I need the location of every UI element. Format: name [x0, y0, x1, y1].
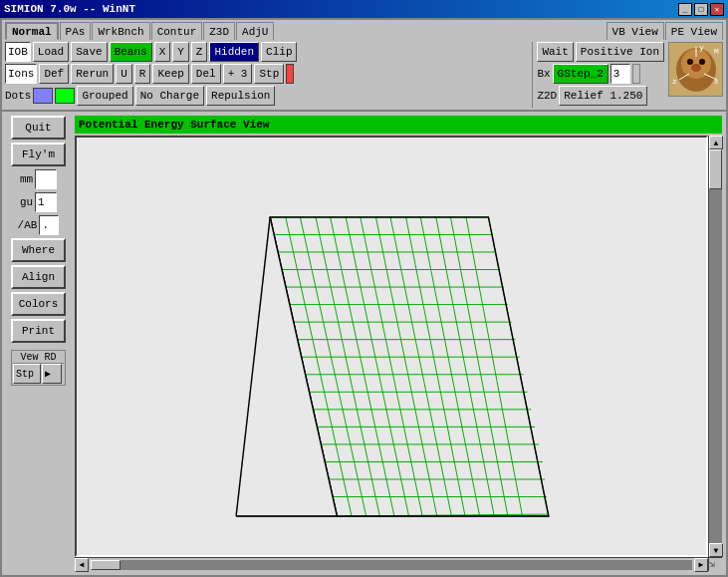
- svg-text:y: y: [699, 43, 704, 52]
- toolbar-area: Normal PAs WrkBnch Contur Z3D AdjU VB Vi…: [2, 20, 726, 112]
- plus3-button[interactable]: + 3: [223, 64, 253, 84]
- main-window: Normal PAs WrkBnch Contur Z3D AdjU VB Vi…: [0, 18, 728, 577]
- scroll-v-track[interactable]: [709, 149, 722, 543]
- window-title: SIMION 7.0w -- WinNT: [4, 3, 135, 15]
- mm-label: mm: [20, 173, 33, 185]
- dots-color1[interactable]: [33, 88, 53, 104]
- stp-row: Stp ▶: [13, 364, 64, 384]
- dots-label: Dots: [5, 90, 31, 102]
- toolbar-right: Wait Positive Ion Bx GStep_2 3 Z2D: [532, 42, 723, 108]
- load-button[interactable]: Load: [33, 42, 69, 62]
- tab-pas[interactable]: PAs: [60, 22, 92, 40]
- stp-button[interactable]: Stp: [254, 64, 284, 84]
- viewport-column: Potential Energy Surface View: [75, 116, 722, 571]
- tab-wrkbnch[interactable]: WrkBnch: [92, 22, 149, 40]
- resize-corner[interactable]: ⇲: [708, 557, 722, 571]
- stp-indicator: [286, 64, 294, 84]
- z2d-label: Z2D: [537, 90, 557, 102]
- stp2-button[interactable]: Stp: [13, 364, 41, 384]
- right-row3: Z2D Relief 1.250: [537, 86, 664, 106]
- x-button[interactable]: X: [154, 42, 171, 62]
- mm-value[interactable]: [35, 169, 57, 189]
- keep-button[interactable]: Keep: [152, 64, 188, 84]
- print-button[interactable]: Print: [11, 319, 66, 343]
- scroll-right-arrow[interactable]: ▶: [694, 558, 708, 572]
- mesh-svg: [77, 138, 706, 555]
- positive-ion-button[interactable]: Positive Ion: [576, 42, 664, 62]
- bx-label: Bx: [537, 68, 550, 80]
- hidden-button[interactable]: Hidden: [209, 42, 259, 62]
- svg-rect-13: [101, 138, 683, 555]
- tab-adju[interactable]: AdjU: [236, 22, 274, 40]
- vertical-scrollbar[interactable]: ▲ ▼: [708, 136, 722, 557]
- step-arrow-button[interactable]: ▶: [42, 364, 62, 384]
- avatar-area: y M z x: [668, 42, 723, 97]
- ab-label: /AB: [18, 219, 38, 231]
- r-button[interactable]: R: [134, 64, 151, 84]
- scroll-left-arrow[interactable]: ◀: [75, 558, 89, 572]
- tab-z3d[interactable]: Z3D: [203, 22, 235, 40]
- svg-point-4: [699, 59, 705, 65]
- gstep-slider[interactable]: [632, 64, 640, 84]
- colors-button[interactable]: Colors: [11, 292, 66, 316]
- gu-row: gu 1: [20, 192, 57, 212]
- z-button[interactable]: Z: [191, 42, 208, 62]
- ions-label: Ions: [5, 64, 37, 84]
- gu-value[interactable]: 1: [35, 192, 57, 212]
- quit-button[interactable]: Quit: [11, 116, 66, 140]
- scrollbar-bottom-row: ◀ ▶ ⇲: [75, 557, 722, 571]
- vewrd-label: Vew RD: [13, 352, 64, 364]
- close-button[interactable]: ✕: [710, 3, 724, 16]
- status-bar: Potential Energy Surface View: [75, 116, 722, 134]
- toolbar-split: IOB Load Save Beans X Y Z Hidden Clip Io…: [5, 42, 723, 108]
- scroll-v-thumb[interactable]: [709, 149, 722, 189]
- align-button[interactable]: Align: [11, 265, 66, 289]
- right-toolbar-controls: Wait Positive Ion Bx GStep_2 3 Z2D: [537, 42, 664, 108]
- where-button[interactable]: Where: [11, 238, 66, 262]
- toolbar-row3: Dots Grouped No Charge Repulsion: [5, 86, 528, 106]
- scroll-up-arrow[interactable]: ▲: [709, 136, 723, 149]
- wait-button[interactable]: Wait: [537, 42, 573, 62]
- clip-button[interactable]: Clip: [261, 42, 297, 62]
- right-row1: Wait Positive Ion: [537, 42, 664, 62]
- def-button[interactable]: Def: [39, 64, 69, 84]
- side-panel: Quit Fly'm mm gu 1 /AB . Where Align Col…: [6, 116, 71, 571]
- grouped-button[interactable]: Grouped: [77, 86, 132, 106]
- scroll-h-track[interactable]: [91, 560, 692, 570]
- toolbar-row2: Ions Def Rerun U R Keep Del + 3 Stp: [5, 64, 528, 84]
- dots-color2[interactable]: [55, 88, 75, 104]
- rerun-button[interactable]: Rerun: [71, 64, 114, 84]
- mm-row: mm: [20, 169, 57, 189]
- ab-value[interactable]: .: [39, 215, 59, 235]
- tab-contur[interactable]: Contur: [151, 22, 203, 40]
- tab-vbview[interactable]: VB View: [607, 22, 664, 40]
- beans-button[interactable]: Beans: [110, 42, 152, 62]
- tab-peview[interactable]: PE View: [665, 22, 723, 40]
- svg-text:x: x: [714, 77, 719, 86]
- gstep-button[interactable]: GStep_2: [553, 64, 608, 84]
- tab-row-main: Normal PAs WrkBnch Contur Z3D AdjU VB Vi…: [5, 22, 723, 40]
- toolbar-row1: IOB Load Save Beans X Y Z Hidden Clip: [5, 42, 528, 62]
- repulsion-button[interactable]: Repulsion: [206, 86, 275, 106]
- viewport[interactable]: [75, 136, 708, 557]
- scroll-down-arrow[interactable]: ▼: [709, 543, 723, 557]
- iob-label: IOB: [5, 42, 31, 62]
- toolbar-left: IOB Load Save Beans X Y Z Hidden Clip Io…: [5, 42, 528, 108]
- axis-icon: y M z x: [669, 42, 722, 97]
- save-button[interactable]: Save: [71, 42, 107, 62]
- scroll-h-thumb[interactable]: [91, 560, 121, 570]
- gstep-value: 3: [610, 64, 630, 84]
- y-button[interactable]: Y: [172, 42, 189, 62]
- minimize-button[interactable]: _: [678, 3, 692, 16]
- del-button[interactable]: Del: [191, 64, 221, 84]
- nocharge-button[interactable]: No Charge: [135, 86, 204, 106]
- right-row2: Bx GStep_2 3: [537, 64, 664, 84]
- u-button[interactable]: U: [116, 64, 132, 84]
- flym-button[interactable]: Fly'm: [11, 143, 66, 166]
- maximize-button[interactable]: □: [694, 3, 708, 16]
- tab-normal[interactable]: Normal: [5, 22, 59, 40]
- gu-label: gu: [20, 196, 33, 208]
- svg-point-3: [687, 59, 693, 65]
- horizontal-scrollbar[interactable]: ◀ ▶: [75, 557, 708, 571]
- relief-button[interactable]: Relief 1.250: [559, 86, 647, 106]
